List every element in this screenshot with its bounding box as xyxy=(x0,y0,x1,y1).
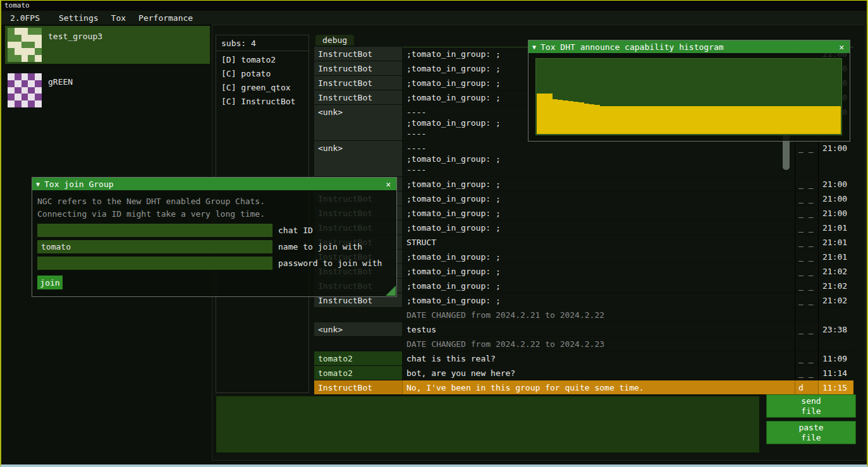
group-item-test_group3[interactable]: test_group3 xyxy=(5,26,210,64)
date-changed-row: DATE CHANGED from 2024.2.22 to 2024.2.23 xyxy=(314,337,853,351)
avatar-pixel xyxy=(35,100,42,107)
avatar-pixel xyxy=(15,42,21,49)
avatar-pixel xyxy=(21,42,28,49)
message-author: tomato2 xyxy=(314,366,403,380)
send-file-button[interactable]: send file xyxy=(766,394,856,418)
window-title: tomato xyxy=(4,1,30,9)
avatar-pixel xyxy=(35,55,42,62)
close-icon[interactable]: ✕ xyxy=(384,179,393,189)
avatar-pixel xyxy=(8,73,15,80)
message-status: _ _ xyxy=(795,191,818,205)
chat-message-row[interactable]: <unk>---- ;tomato_in_group: ; ----_ _21:… xyxy=(314,141,853,177)
histogram-bar xyxy=(689,106,694,134)
avatar-pixel xyxy=(35,94,42,100)
histogram-bar xyxy=(757,106,762,134)
close-icon[interactable]: ✕ xyxy=(837,42,846,52)
avatar-pixel xyxy=(15,28,21,35)
avatar-pixel xyxy=(8,87,15,94)
histogram-bar xyxy=(762,106,767,134)
chat-message-row[interactable]: tomato2bot, are you new here?_ _11:14 xyxy=(314,366,853,380)
collapse-arrow-icon[interactable]: ▼ xyxy=(36,181,40,188)
join-group-body: NGC refers to the New DHT enabled Group … xyxy=(32,190,396,296)
histogram-bar xyxy=(563,100,568,134)
histogram-bar xyxy=(568,101,573,134)
avatar-pixel xyxy=(21,55,28,62)
avatar-pixel xyxy=(28,73,35,80)
avatar-pixel xyxy=(8,55,15,62)
message-input[interactable] xyxy=(216,396,760,453)
histogram-bar xyxy=(615,106,620,134)
join-info-line: Connecting via ID might take a very long… xyxy=(37,208,391,221)
avatar-pixel xyxy=(8,80,15,87)
menu-item-performance[interactable]: Performance xyxy=(132,13,199,23)
group-item-gREEN[interactable]: gREEN xyxy=(5,71,210,109)
histogram-bar xyxy=(668,106,673,134)
chat-message-row[interactable]: InstructBotNo, I've been in this group f… xyxy=(314,380,853,395)
message-time: 21:02 xyxy=(818,293,853,307)
histogram-bar xyxy=(589,104,594,134)
avatar-pixel xyxy=(8,100,15,107)
histogram-bar xyxy=(825,106,830,134)
message-status: _ _ xyxy=(795,206,818,220)
histogram-bar xyxy=(621,106,626,134)
histogram-bar xyxy=(657,106,663,134)
message-author: <unk> xyxy=(314,141,403,176)
message-status: _ _ xyxy=(795,221,818,234)
avatar-pixel xyxy=(8,42,15,49)
histogram-bar xyxy=(815,106,820,134)
input-name-to-join-with[interactable]: tomato xyxy=(37,240,272,253)
histogram-bar xyxy=(584,104,589,134)
join-group-titlebar[interactable]: ▼ Tox join Group ✕ xyxy=(32,178,396,190)
message-status: _ _ xyxy=(795,293,818,307)
avatar-pixel xyxy=(35,80,42,87)
member-item[interactable]: [D] tomato2 xyxy=(216,53,309,67)
histogram-bar xyxy=(542,94,547,134)
menu-bar: 2.0FPS SettingsToxPerformance xyxy=(1,11,867,25)
subs-count: subs: 4 xyxy=(216,35,309,51)
histogram-bar xyxy=(626,106,631,134)
message-text: No, I've been in this group for quite so… xyxy=(403,380,795,394)
avatar-pixel xyxy=(21,35,28,42)
menu-item-tox[interactable]: Tox xyxy=(105,13,132,23)
histogram-bar xyxy=(710,106,715,134)
date-changed-text: DATE CHANGED from 2024.2.22 to 2024.2.23 xyxy=(403,337,795,351)
avatar-pixel xyxy=(15,55,21,62)
chat-message-row[interactable]: <unk>testus_ _23:38 xyxy=(314,322,853,337)
message-text: ---- ;tomato_in_group: ; ---- xyxy=(403,141,795,176)
avatar-pixel xyxy=(28,87,35,94)
avatar-pixel xyxy=(35,87,42,94)
avatar-pixel xyxy=(28,100,35,107)
histogram-bar xyxy=(642,106,647,134)
join-button[interactable]: join xyxy=(37,276,63,289)
message-author xyxy=(314,337,403,351)
member-item[interactable]: [C] InstructBot xyxy=(216,95,309,109)
collapse-arrow-icon[interactable]: ▼ xyxy=(532,44,536,51)
message-time: 11:14 xyxy=(818,366,853,380)
histogram-bar xyxy=(788,106,793,134)
menu-item-settings[interactable]: Settings xyxy=(52,13,105,23)
member-item[interactable]: [C] green_qtox xyxy=(216,81,309,95)
histogram-bar xyxy=(726,106,731,134)
histogram-bar xyxy=(767,106,773,134)
chat-message-row[interactable]: tomato2chat is this real?_ _11:09 xyxy=(314,351,853,366)
avatar-pixel xyxy=(28,55,35,62)
dht-histogram-title: Tox DHT announce capability histogram xyxy=(541,42,724,52)
dht-histogram-titlebar[interactable]: ▼ Tox DHT announce capability histogram … xyxy=(529,40,850,53)
histogram-bar xyxy=(694,106,699,134)
message-time: 23:38 xyxy=(818,322,853,336)
message-text: ;tomato_in_group: ; xyxy=(403,293,795,307)
histogram-bar xyxy=(705,106,710,134)
tab-debug[interactable]: debug xyxy=(315,35,354,45)
input-password-to-join-with[interactable] xyxy=(37,257,272,270)
message-text: testus xyxy=(403,322,795,336)
message-text: chat is this real? xyxy=(403,351,795,365)
avatar-pixel xyxy=(35,28,42,35)
message-status: d xyxy=(795,380,818,394)
input-chat-ID[interactable] xyxy=(37,224,272,237)
resize-grip-icon[interactable] xyxy=(386,286,396,296)
paste-file-button[interactable]: paste file xyxy=(766,421,856,444)
send-file-label-line2: file xyxy=(801,406,821,416)
message-text: ;tomato_in_group: ; xyxy=(403,221,795,234)
member-item[interactable]: [C] potato xyxy=(216,67,309,81)
paste-file-label-line2: file xyxy=(801,433,821,443)
